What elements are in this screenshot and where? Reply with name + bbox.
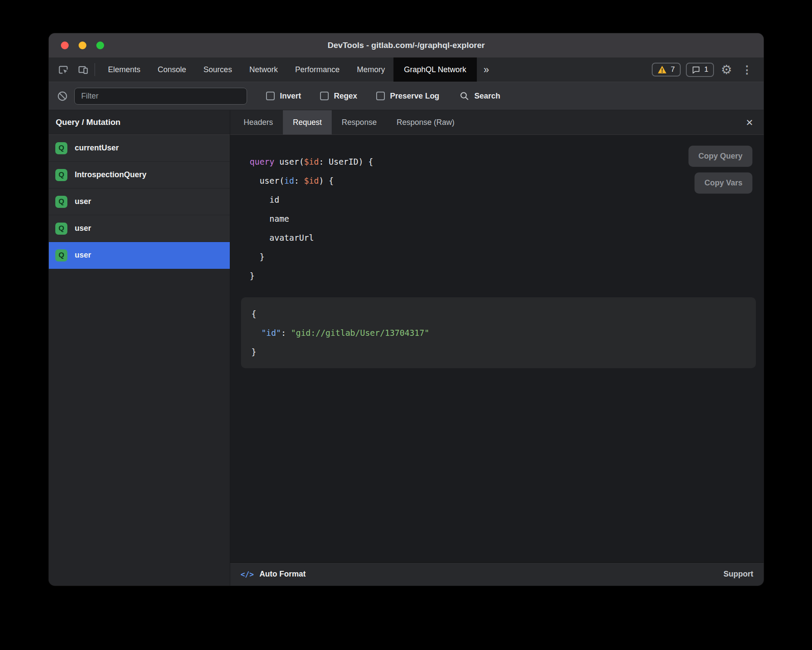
issues-count: 1 bbox=[704, 65, 708, 74]
query-name: user bbox=[75, 224, 91, 233]
kebab-menu-icon[interactable]: ⋮ bbox=[739, 64, 755, 75]
auto-format-button[interactable]: Auto Format bbox=[260, 570, 306, 579]
query-type-badge: Q bbox=[55, 142, 67, 154]
tabbar-right-cluster: 7 1 ⚙ ⋮ bbox=[652, 63, 764, 77]
tab-performance[interactable]: Performance bbox=[286, 57, 348, 82]
sidebar-item-user-3-selected[interactable]: Q user bbox=[49, 242, 230, 269]
detail-tabbar: Headers Request Response Response (Raw) … bbox=[230, 110, 764, 135]
request-detail-panel: Headers Request Response Response (Raw) … bbox=[230, 110, 764, 586]
search-label: Search bbox=[474, 92, 500, 101]
content-area: Query / Mutation Q currentUser Q Introsp… bbox=[49, 110, 764, 586]
query-type-badge: Q bbox=[55, 249, 67, 261]
tab-headers[interactable]: Headers bbox=[234, 110, 283, 134]
query-variables-box: { "id": "gid://gitlab/User/13704317"} bbox=[241, 297, 756, 368]
tab-response[interactable]: Response bbox=[332, 110, 387, 134]
zoom-window-button[interactable] bbox=[96, 41, 104, 49]
filter-toolbar: Invert Regex Preserve Log Search bbox=[49, 82, 764, 110]
warning-count: 7 bbox=[671, 65, 675, 74]
query-type-badge: Q bbox=[55, 169, 67, 181]
preserve-log-checkbox-group[interactable]: Preserve Log bbox=[376, 92, 439, 101]
inspect-element-icon[interactable] bbox=[53, 61, 73, 79]
traffic-lights bbox=[61, 33, 104, 57]
graphql-query-code: query user($id: UserID) { user(id: $id) … bbox=[250, 152, 756, 285]
query-name: user bbox=[75, 251, 91, 260]
copy-buttons: Copy Query Copy Vars bbox=[688, 146, 752, 194]
query-name: currentUser bbox=[75, 143, 119, 153]
tab-request[interactable]: Request bbox=[283, 110, 332, 134]
window-title: DevTools - gitlab.com/-/graphql-explorer bbox=[328, 41, 485, 50]
titlebar: DevTools - gitlab.com/-/graphql-explorer bbox=[49, 33, 764, 57]
invert-checkbox[interactable] bbox=[266, 92, 275, 100]
copy-vars-button[interactable]: Copy Vars bbox=[695, 172, 752, 194]
search-button[interactable]: Search bbox=[459, 91, 500, 102]
warnings-badge[interactable]: 7 bbox=[652, 63, 680, 76]
copy-query-button[interactable]: Copy Query bbox=[688, 146, 752, 167]
more-tabs-chevron-icon[interactable]: » bbox=[477, 57, 496, 82]
panel-footer: </> Auto Format Support bbox=[230, 562, 764, 586]
regex-checkbox[interactable] bbox=[320, 92, 329, 100]
tab-response-raw[interactable]: Response (Raw) bbox=[387, 110, 464, 134]
tab-graphql-network[interactable]: GraphQL Network bbox=[393, 57, 476, 82]
toolbar-divider bbox=[95, 63, 95, 76]
filter-input[interactable] bbox=[74, 88, 247, 105]
support-link[interactable]: Support bbox=[723, 570, 753, 579]
query-variables-code: { "id": "gid://gitlab/User/13704317"} bbox=[251, 304, 745, 361]
block-clear-icon[interactable] bbox=[57, 90, 68, 102]
close-window-button[interactable] bbox=[61, 41, 69, 49]
sidebar-item-user-1[interactable]: Q user bbox=[49, 188, 230, 215]
invert-label: Invert bbox=[280, 92, 301, 101]
close-panel-icon[interactable]: ✕ bbox=[745, 118, 753, 127]
regex-label: Regex bbox=[334, 92, 357, 101]
sidebar-item-currentuser[interactable]: Q currentUser bbox=[49, 135, 230, 162]
request-body: Copy Query Copy Vars query user($id: Use… bbox=[230, 135, 764, 562]
query-type-badge: Q bbox=[55, 223, 67, 235]
tab-console[interactable]: Console bbox=[149, 57, 195, 82]
message-bubble-icon bbox=[691, 65, 701, 74]
tab-sources[interactable]: Sources bbox=[195, 57, 241, 82]
preserve-log-label: Preserve Log bbox=[390, 92, 439, 101]
query-name: IntrospectionQuery bbox=[75, 170, 146, 179]
sidebar-item-user-2[interactable]: Q user bbox=[49, 215, 230, 242]
devtools-tabbar: Elements Console Sources Network Perform… bbox=[49, 57, 764, 82]
minimize-window-button[interactable] bbox=[79, 41, 86, 49]
sidebar-item-introspectionquery[interactable]: Q IntrospectionQuery bbox=[49, 162, 230, 188]
device-toolbar-icon[interactable] bbox=[73, 61, 93, 79]
code-brackets-icon: </> bbox=[241, 570, 254, 579]
tab-network[interactable]: Network bbox=[241, 57, 286, 82]
settings-gear-icon[interactable]: ⚙ bbox=[719, 64, 734, 76]
sidebar-header: Query / Mutation bbox=[49, 110, 230, 135]
tab-elements[interactable]: Elements bbox=[99, 57, 149, 82]
query-type-badge: Q bbox=[55, 196, 67, 208]
query-name: user bbox=[75, 197, 91, 206]
search-icon bbox=[459, 91, 470, 102]
invert-checkbox-group[interactable]: Invert bbox=[266, 92, 301, 101]
devtools-window: DevTools - gitlab.com/-/graphql-explorer… bbox=[49, 33, 764, 586]
preserve-log-checkbox[interactable] bbox=[376, 92, 385, 100]
tab-memory[interactable]: Memory bbox=[348, 57, 393, 82]
issues-badge[interactable]: 1 bbox=[686, 63, 714, 77]
warning-triangle-icon bbox=[657, 65, 667, 74]
regex-checkbox-group[interactable]: Regex bbox=[320, 92, 357, 101]
query-list-sidebar: Query / Mutation Q currentUser Q Introsp… bbox=[49, 110, 230, 586]
